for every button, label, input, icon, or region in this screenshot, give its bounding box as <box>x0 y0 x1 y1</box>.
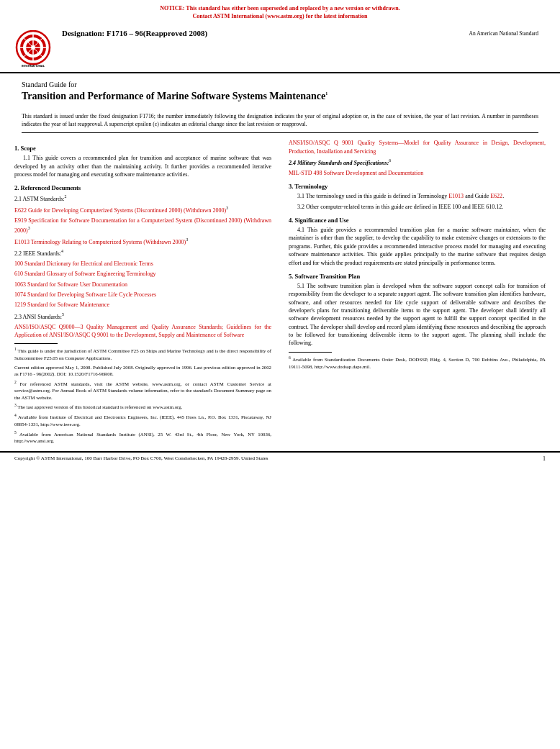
ansi-standards-label: 2.3 ANSI Standards:5 <box>14 312 271 321</box>
main-content: 1. Scope 1.1 This guide covers a recomme… <box>0 133 560 447</box>
svg-text:INTERNATIONAL: INTERNATIONAL <box>22 64 45 68</box>
fn1-text: 1 This guide is under the jurisdiction o… <box>14 347 271 361</box>
e919-link[interactable]: E919 Specification for Software Document… <box>14 217 271 233</box>
e622-ref-link[interactable]: E622 <box>490 193 502 199</box>
footnote-divider-right <box>289 352 332 353</box>
e622-entry: E622 Guide for Developing Computerized S… <box>14 205 271 214</box>
ieee610-entry: 610 Standard Glossary of Software Engine… <box>14 270 271 278</box>
mil-standards-label: 2.4 Military Standards and Specification… <box>289 158 546 167</box>
document-header: INTERNATIONAL Designation: F1716 – 96(Re… <box>0 23 560 73</box>
title-small: Standard Guide for <box>22 81 538 88</box>
astm-standards-label: 2.1 ASTM Standards:2 <box>14 194 271 203</box>
e622-link[interactable]: E622 Guide for Developing Computerized S… <box>14 207 226 214</box>
title-large: Transition and Performance of Marine Sof… <box>22 90 538 103</box>
designation-text: Designation: F1716 – 96(Reapproved 2008) <box>62 29 462 37</box>
left-column: 1. Scope 1.1 This guide covers a recomme… <box>14 139 280 447</box>
ieee100-entry: 100 Standard Dictionary for Electrical a… <box>14 260 271 268</box>
ieee1063-link[interactable]: 1063 Standard for Software User Document… <box>14 281 127 288</box>
astm-std-text: 2.1 ASTM Standards: <box>14 196 65 202</box>
svg-point-8 <box>31 45 35 50</box>
e919-entry: E919 Specification for Software Document… <box>14 217 271 234</box>
ieee1063-entry: 1063 Standard for Software User Document… <box>14 281 271 289</box>
milstd498-entry: MIL-STD 498 Software Development and Doc… <box>289 169 546 177</box>
notice-line1: NOTICE: This standard has either been su… <box>160 5 399 12</box>
ansiQ9001-entry: ANSI/ISO/ASQC Q 9001 Quality Systems—Mod… <box>289 139 546 155</box>
scope-heading: 1. Scope <box>14 144 271 153</box>
fn6-text: 6 Available from Standardization Documen… <box>289 355 546 370</box>
ieee610-link[interactable]: 610 Standard Glossary of Software Engine… <box>14 271 156 277</box>
ieee1219-entry: 1219 Standard for Software Maintenance <box>14 301 271 309</box>
title-section: Standard Guide for Transition and Perfor… <box>0 73 560 109</box>
ansiQ9000-entry: ANSI/ISO/ASQC Q9000—3 Quality Management… <box>14 323 271 340</box>
abstract-text: This standard is issued under the fixed … <box>22 113 538 127</box>
fn3-text: 3 The last approved version of this hist… <box>14 403 271 411</box>
milstd498-link[interactable]: MIL-STD 498 Software Development and Doc… <box>289 170 423 176</box>
footer-page: 1 <box>543 455 546 462</box>
footnotes-right: 6 Available from Standardization Documen… <box>289 355 546 370</box>
notice-bar: NOTICE: This standard has either been su… <box>0 0 560 23</box>
ieee1074-entry: 1074 Standard for Developing Software Li… <box>14 291 271 299</box>
terminology-heading: 3. Terminology <box>289 182 546 191</box>
e1013-entry: E1013 Terminology Relating to Computeriz… <box>14 237 271 246</box>
software-transition-p1: 5.1 The software transition plan is deve… <box>289 282 546 348</box>
footnotes-left: 1 This guide is under the jurisdiction o… <box>14 347 271 445</box>
ieee1219-link[interactable]: 1219 Standard for Software Maintenance <box>14 301 109 308</box>
ieee-standards-label: 2.2 IEEE Standards:4 <box>14 248 271 258</box>
fn2-text: 2 For referenced ASTM standards, visit t… <box>14 380 271 401</box>
fn4-text: 4 Available from Institute of Electrical… <box>14 413 271 427</box>
national-standard-label: An American National Standard <box>469 30 538 37</box>
terminology-p1: 3.1 The terminology used in this guide i… <box>289 192 546 200</box>
ieee100-link[interactable]: 100 Standard Dictionary for Electrical a… <box>14 260 153 267</box>
ansiQ9001-link[interactable]: ANSI/ISO/ASQC Q 9001 Quality Systems—Mod… <box>289 140 546 154</box>
ansiQ9000-link[interactable]: ANSI/ISO/ASQC Q9000—3 Quality Management… <box>14 324 271 338</box>
ieee1074-link[interactable]: 1074 Standard for Developing Software Li… <box>14 291 156 298</box>
right-column: ANSI/ISO/ASQC Q 9001 Quality Systems—Mod… <box>280 139 546 447</box>
footnote-divider-left <box>14 343 58 344</box>
astm-logo: INTERNATIONAL <box>14 30 52 68</box>
terminology-p2: 3.2 Other computer-related terms in this… <box>289 203 546 211</box>
fn5-text: 5 Available from American National Stand… <box>14 430 271 445</box>
abstract-section: This standard is issued under the fixed … <box>0 109 560 133</box>
ref-docs-heading: 2. Referenced Documents <box>14 183 271 192</box>
significance-heading: 4. Significance and Use <box>289 216 546 224</box>
footer-copyright: Copyright © ASTM International, 100 Barr… <box>14 455 268 461</box>
fn1b-text: Current edition approved May 1, 2008. Pu… <box>14 364 271 378</box>
e1013-link[interactable]: E1013 Terminology Relating to Computeriz… <box>14 238 186 245</box>
software-transition-heading: 5. Software Transition Plan <box>289 272 546 281</box>
significance-p1: 4.1 This guide provides a recommended tr… <box>289 226 546 267</box>
scope-p1: 1.1 This guide covers a recommended plan… <box>14 154 271 178</box>
header-center: Designation: F1716 – 96(Reapproved 2008) <box>62 29 462 37</box>
notice-line2: Contact ASTM International (www.astm.org… <box>192 13 367 19</box>
footer: Copyright © ASTM International, 100 Barr… <box>0 451 560 465</box>
e1013-ref-link[interactable]: E1013 <box>448 193 464 199</box>
